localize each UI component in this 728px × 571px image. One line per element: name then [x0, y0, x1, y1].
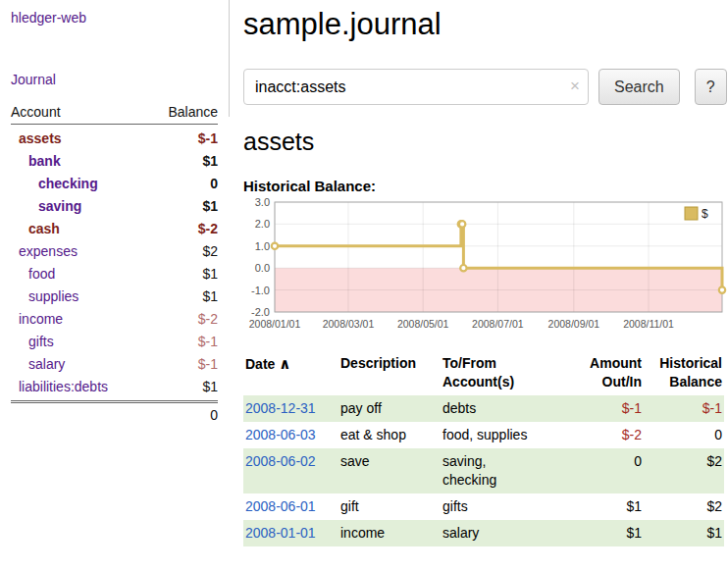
- account-link-checking[interactable]: checking: [11, 173, 98, 195]
- search-button[interactable]: Search: [598, 69, 680, 105]
- register-header-row: Date ∧ Description To/From Account(s) Am…: [243, 350, 724, 395]
- register-cell-date: 2008-01-01: [243, 520, 338, 546]
- chart-x-tick-label: 2008/09/01: [548, 318, 600, 330]
- account-row: supplies$1: [11, 286, 218, 308]
- chart-x-tick-label: 2008/11/01: [623, 318, 674, 330]
- chart-x-tick-label: 2008/05/01: [397, 318, 449, 330]
- accounts-total-value: 0: [210, 407, 218, 423]
- chart-point: [459, 221, 465, 227]
- app-title-link[interactable]: hledger-web: [11, 10, 218, 26]
- register-header-accounts-line1: To/From: [442, 354, 567, 373]
- account-link-bank[interactable]: bank: [11, 150, 61, 173]
- accounts-total-row: 0: [11, 400, 218, 427]
- register-header-amount-line2: Out/In: [571, 373, 642, 391]
- transaction-date-link[interactable]: 2008-12-31: [245, 400, 316, 416]
- register-row: 2008-12-31pay offdebts$-1$-1: [243, 395, 724, 422]
- chart-point: [272, 243, 278, 249]
- account-row: expenses$2: [11, 240, 218, 263]
- accounts-panel: Account Balance assets$-1bank$1checking0…: [11, 104, 218, 427]
- register-account-line: saving,: [442, 452, 567, 471]
- register-account-line: gifts: [442, 497, 567, 516]
- register-cell-accounts: saving,checking: [441, 448, 569, 493]
- account-link-cash[interactable]: cash: [11, 218, 60, 240]
- page-title: sample.journal: [243, 7, 726, 42]
- account-row: income$-2: [11, 308, 218, 331]
- chart-y-tick-label: 1.0: [255, 240, 270, 252]
- chart-point: [719, 286, 725, 292]
- account-balance: $1: [202, 376, 218, 398]
- chart-y-tick-label: -2.0: [251, 306, 270, 318]
- register-cell-balance: 0: [644, 422, 724, 448]
- register-cell-date: 2008-06-02: [243, 448, 338, 493]
- help-button[interactable]: ?: [695, 69, 727, 105]
- accounts-header-account-label: Account: [11, 104, 61, 120]
- account-balance: $-1: [198, 331, 218, 353]
- account-link-income[interactable]: income: [11, 308, 63, 331]
- register-cell-balance: $2: [644, 448, 724, 493]
- register-cell-description: save: [338, 448, 441, 493]
- register-cell-accounts: debts: [441, 395, 569, 422]
- register-cell-accounts: food, supplies: [441, 422, 569, 448]
- transaction-date-link[interactable]: 2008-06-03: [245, 427, 316, 442]
- account-balance: $-1: [198, 353, 218, 376]
- clear-search-icon[interactable]: ×: [570, 78, 580, 94]
- register-table: Date ∧ Description To/From Account(s) Am…: [243, 350, 724, 546]
- account-balance: 0: [210, 173, 218, 195]
- account-row: saving$1: [11, 195, 218, 218]
- register-cell-amount: $-1: [569, 395, 644, 422]
- journal-nav-link[interactable]: Journal: [11, 72, 218, 87]
- register-cell-balance: $2: [644, 493, 724, 520]
- register-cell-date: 2008-06-03: [243, 422, 338, 448]
- register-cell-date: 2008-12-31: [243, 395, 338, 422]
- chart-y-tick-label: 0.0: [255, 262, 270, 274]
- account-row: cash$-2: [11, 218, 218, 240]
- register-cell-balance: $-1: [644, 395, 724, 422]
- register-account-line: checking: [442, 471, 567, 490]
- transaction-date-link[interactable]: 2008-06-01: [245, 498, 316, 514]
- chart-point: [460, 265, 466, 271]
- account-balance: $-2: [198, 218, 218, 240]
- register-header-accounts: To/From Account(s): [441, 350, 569, 395]
- account-balance: $-1: [198, 128, 218, 150]
- register-cell-description: eat & shop: [338, 422, 441, 448]
- account-balance: $2: [202, 240, 218, 263]
- main-content: sample.journal × Search ? assets Histori…: [243, 0, 726, 546]
- account-row: assets$-1: [11, 128, 218, 150]
- transaction-date-link[interactable]: 2008-01-01: [245, 525, 316, 541]
- account-link-salary[interactable]: salary: [11, 353, 65, 376]
- register-cell-description: gift: [338, 493, 441, 520]
- register-cell-description: pay off: [338, 395, 441, 422]
- account-row: liabilities:debts$1: [11, 376, 218, 398]
- register-header-date[interactable]: Date ∧: [243, 350, 338, 395]
- search-box: ×: [243, 69, 589, 105]
- account-link-gifts[interactable]: gifts: [11, 331, 54, 353]
- register-cell-accounts: salary: [441, 520, 569, 546]
- account-link-supplies[interactable]: supplies: [11, 286, 78, 308]
- account-heading: assets: [243, 128, 726, 156]
- hledger-web-page: hledger-web Journal Account Balance asse…: [0, 0, 728, 571]
- account-balance: $1: [202, 286, 218, 308]
- account-balance: $-2: [198, 308, 218, 331]
- account-link-food[interactable]: food: [11, 263, 55, 286]
- account-row: salary$-1: [11, 353, 218, 376]
- register-header-accounts-line2: Account(s): [442, 373, 567, 391]
- register-header-description-label: Description: [340, 354, 439, 373]
- register-cell-balance: $1: [644, 520, 724, 546]
- account-row: gifts$-1: [11, 331, 218, 353]
- accounts-header-balance-label: Balance: [168, 104, 218, 120]
- account-link-saving[interactable]: saving: [11, 195, 81, 218]
- sidebar-divider: [229, 0, 230, 117]
- register-row: 2008-06-03eat & shopfood, supplies$-20: [243, 422, 724, 448]
- transaction-date-link[interactable]: 2008-06-02: [245, 453, 316, 469]
- search-input[interactable]: [243, 69, 589, 105]
- chart-y-tick-label: -1.0: [251, 285, 270, 296]
- historical-balance-chart: 3.02.01.00.0-1.0-2.02008/01/012008/03/01…: [243, 197, 726, 338]
- account-row: food$1: [11, 263, 218, 286]
- chart-title: Historical Balance:: [243, 178, 726, 194]
- account-link-assets[interactable]: assets: [11, 128, 62, 150]
- account-link-liabilities-debts[interactable]: liabilities:debts: [11, 376, 108, 398]
- account-balance: $1: [202, 195, 218, 218]
- chart-svg: 3.02.01.00.0-1.0-2.02008/01/012008/03/01…: [243, 197, 728, 335]
- account-link-expenses[interactable]: expenses: [11, 240, 78, 263]
- register-cell-amount: $1: [569, 493, 644, 520]
